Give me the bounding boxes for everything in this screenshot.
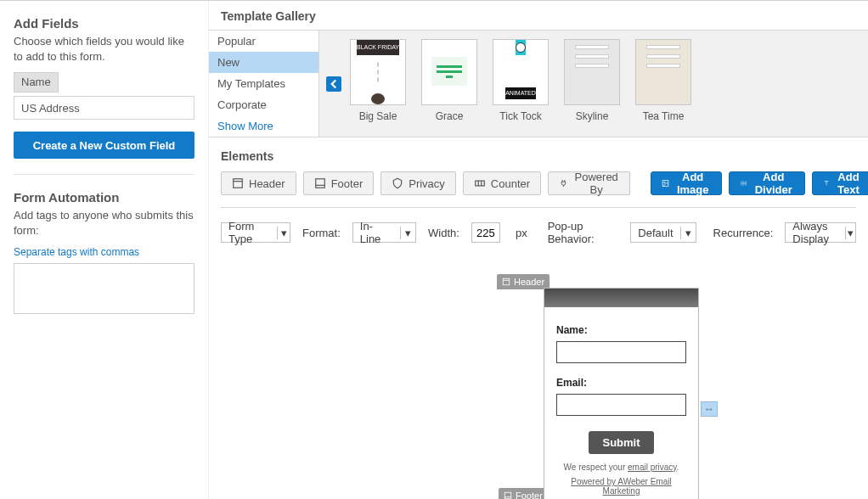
automation-note: Separate tags with commas — [14, 246, 194, 258]
template-gallery: Popular New My Templates Corporate Show … — [209, 31, 868, 137]
svg-rect-0 — [234, 179, 243, 188]
form-type-select[interactable]: Form Type ▾ — [221, 222, 290, 243]
header-icon — [232, 177, 244, 189]
gallery-tab-corporate[interactable]: Corporate — [209, 94, 318, 115]
popup-behavior-label: Pop-up Behavior: — [548, 220, 619, 245]
gallery-prev-button[interactable] — [326, 76, 341, 92]
form-canvas: Header Footer Name: Email: Submit — [221, 276, 856, 499]
template-card-bigsale[interactable]: BLACK FRIDAY Big Sale — [350, 39, 406, 128]
text-icon — [823, 177, 830, 189]
template-label: Big Sale — [350, 110, 406, 122]
footer-section-tag[interactable]: Footer — [499, 488, 548, 499]
chevron-down-icon: ▾ — [845, 227, 855, 239]
svg-rect-4 — [476, 181, 485, 186]
footer-icon — [504, 491, 512, 499]
template-thumb: ANIMATED — [493, 39, 549, 105]
gallery-show-more[interactable]: Show More — [209, 115, 318, 137]
form-settings-row: Form Type ▾ Format: In-Line ▾ Width: px … — [221, 208, 856, 245]
add-fields-desc: Choose which fields you would like to ad… — [14, 34, 194, 64]
add-image-button[interactable]: Add Image — [651, 171, 722, 195]
template-thumb: BLACK FRIDAY — [350, 39, 406, 105]
add-text-button[interactable]: Add Text — [812, 171, 868, 195]
element-poweredby-button[interactable]: Powered By — [548, 171, 630, 195]
template-label: Tea Time — [635, 110, 691, 122]
automation-desc: Add tags to anyone who submits this form… — [14, 208, 194, 238]
gallery-tab-mytemplates[interactable]: My Templates — [209, 73, 318, 94]
preview-submit-button[interactable]: Submit — [589, 431, 653, 454]
footer-icon — [314, 177, 326, 189]
form-preview-header[interactable] — [544, 289, 698, 307]
preview-poweredby-text: Powered by AWeber Email Marketing — [556, 477, 686, 496]
format-label: Format: — [302, 227, 341, 239]
resize-handle-horizontal[interactable] — [701, 401, 718, 417]
chevron-down-icon: ▾ — [680, 227, 696, 239]
counter-icon — [474, 177, 486, 189]
element-footer-button[interactable]: Footer — [303, 171, 375, 195]
template-label: Tick Tock — [493, 110, 549, 122]
plug-icon — [559, 177, 568, 189]
main-panel: Template Gallery Popular New My Template… — [209, 1, 868, 499]
image-icon — [662, 177, 669, 189]
email-privacy-link[interactable]: email privacy — [628, 463, 677, 472]
elements-title: Elements — [221, 144, 856, 171]
recurrence-label: Recurrence: — [713, 227, 774, 239]
poweredby-link[interactable]: Powered by AWeber Email Marketing — [571, 477, 671, 496]
preview-email-label: Email: — [556, 377, 686, 389]
chevron-down-icon: ▾ — [277, 227, 290, 239]
template-card-teatime[interactable]: Tea Time — [635, 39, 691, 128]
width-input[interactable] — [471, 222, 500, 243]
shield-icon — [392, 177, 403, 189]
recurrence-select[interactable]: Always Display ▾ — [785, 222, 856, 243]
svg-point-8 — [664, 182, 665, 182]
elements-toolbar: Header Footer Privacy Counter Powered By — [221, 171, 856, 208]
template-thumb — [564, 39, 620, 105]
template-gallery-title: Template Gallery — [209, 1, 868, 31]
tags-input[interactable] — [14, 263, 194, 314]
template-thumb — [421, 39, 477, 105]
gallery-cards: BLACK FRIDAY Big Sale Grace — [341, 31, 868, 137]
element-counter-button[interactable]: Counter — [463, 171, 541, 195]
chevron-down-icon: ▾ — [400, 227, 415, 239]
preview-privacy-text: We respect your email privacy. — [556, 463, 686, 472]
template-thumb — [635, 39, 691, 105]
divider-icon — [740, 177, 747, 189]
gallery-nav-prev-wrap — [319, 31, 341, 137]
px-label: px — [516, 227, 527, 239]
template-label: Grace — [421, 110, 477, 122]
width-label: Width: — [428, 227, 459, 239]
preview-email-input[interactable] — [556, 394, 686, 416]
form-preview[interactable]: Name: Email: Submit We respect your emai… — [544, 288, 699, 499]
popup-behavior-select[interactable]: Default ▾ — [630, 222, 696, 243]
gallery-tab-new[interactable]: New — [209, 52, 318, 73]
preview-name-label: Name: — [556, 324, 686, 336]
field-option-address[interactable]: US Address — [14, 96, 194, 120]
chevron-left-icon — [326, 76, 341, 92]
template-card-grace[interactable]: Grace — [421, 39, 477, 128]
gallery-category-list: Popular New My Templates Corporate Show … — [209, 31, 319, 137]
left-sidebar: Add Fields Choose which fields you would… — [0, 1, 209, 499]
create-custom-field-button[interactable]: Create a New Custom Field — [14, 132, 194, 159]
header-icon — [502, 278, 510, 286]
automation-title: Form Automation — [14, 190, 194, 205]
svg-rect-14 — [504, 492, 511, 499]
field-option-name[interactable]: Name — [14, 72, 59, 93]
format-select[interactable]: In-Line ▾ — [352, 222, 416, 243]
element-header-button[interactable]: Header — [221, 171, 296, 195]
svg-rect-2 — [315, 179, 324, 188]
svg-rect-12 — [503, 278, 510, 285]
add-fields-title: Add Fields — [14, 16, 194, 31]
element-privacy-button[interactable]: Privacy — [380, 171, 456, 195]
gallery-tab-popular[interactable]: Popular — [209, 31, 318, 52]
preview-name-input[interactable] — [556, 341, 686, 363]
header-section-tag[interactable]: Header — [497, 274, 550, 289]
add-divider-button[interactable]: Add Divider — [729, 171, 805, 195]
template-card-skyline[interactable]: Skyline — [564, 39, 620, 128]
template-card-ticktock[interactable]: ANIMATED Tick Tock — [493, 39, 549, 128]
template-label: Skyline — [564, 110, 620, 122]
